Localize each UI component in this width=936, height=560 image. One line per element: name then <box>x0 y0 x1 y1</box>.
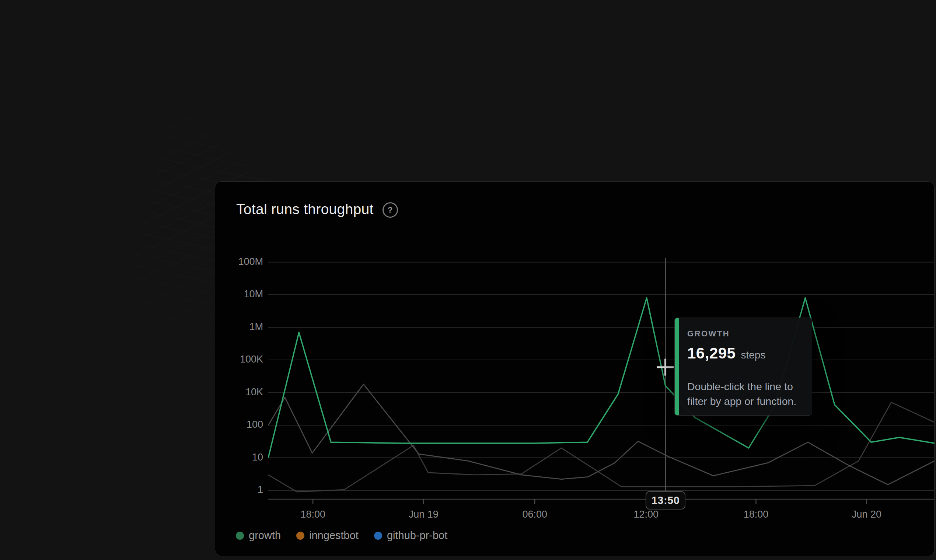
chart-tooltip: GROWTH 16,295 steps Double-click the lin… <box>674 318 812 415</box>
x-tick-label-Jun 19: Jun 19 <box>409 509 439 520</box>
x-tick-label-12:00: 12:00 <box>633 509 659 520</box>
crosshair-time-badge: 13:50 <box>646 491 685 509</box>
tooltip-unit: steps <box>741 349 765 361</box>
crosshair-time-label: 13:50 <box>651 494 680 506</box>
x-tick-label-18:00: 18:00 <box>300 509 325 520</box>
y-tick-label-1: 1 <box>257 484 263 495</box>
tooltip-value-row: 16,295 steps <box>687 345 802 362</box>
y-tick-label-1M: 1M <box>249 321 263 332</box>
x-tick-label-Jun 20: Jun 20 <box>851 509 881 520</box>
y-tick-label-10K: 10K <box>245 386 263 397</box>
tooltip-series-label: GROWTH <box>687 329 802 338</box>
y-tick-label-10: 10 <box>252 452 263 463</box>
tooltip-hint: Double-click the line to filter by app o… <box>687 379 802 409</box>
tooltip-body: GROWTH 16,295 steps Double-click the lin… <box>687 318 802 415</box>
x-tick-label-18:00: 18:00 <box>744 509 769 520</box>
tooltip-value: 16,295 <box>687 345 736 362</box>
y-tick-label-100M: 100M <box>238 256 263 267</box>
tooltip-accent-bar <box>675 318 679 415</box>
tooltip-divider <box>679 372 812 372</box>
y-tick-label-100K: 100K <box>240 354 263 365</box>
x-tick-label-06:00: 06:00 <box>522 509 547 520</box>
y-tick-label-10M: 10M <box>243 288 263 300</box>
plot-area[interactable] <box>268 255 934 499</box>
throughput-chart[interactable]: 100M10M1M100K10K10010118:00Jun 1906:0012… <box>0 0 936 560</box>
y-tick-label-100: 100 <box>246 419 263 430</box>
